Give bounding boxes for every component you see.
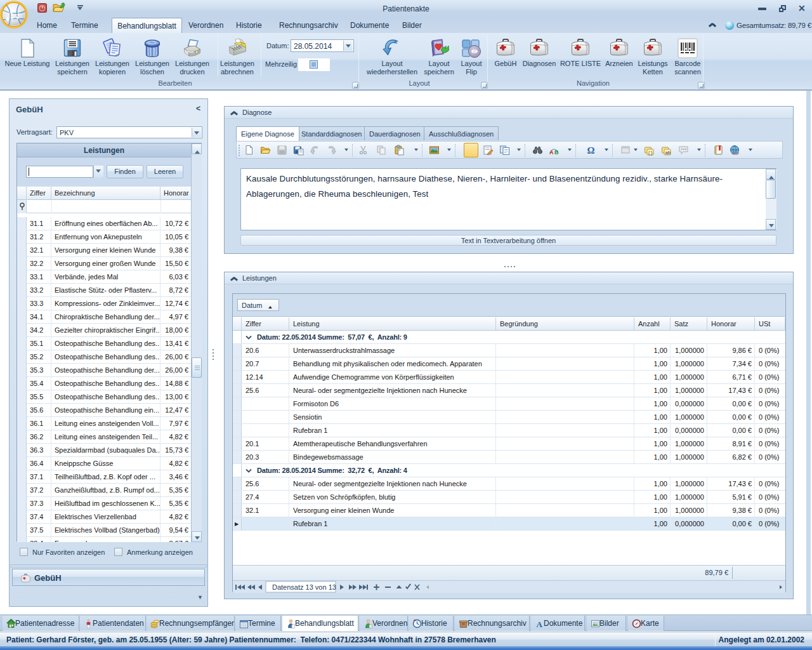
svg-text:B: B (554, 149, 559, 156)
svg-text:{}: {} (648, 150, 653, 156)
svg-text:Datensatz 13 von 13: Datensatz 13 von 13 (272, 583, 336, 591)
svg-text:ab: ab (665, 150, 671, 156)
svg-text:A: A (549, 149, 554, 156)
svg-text:A: A (537, 620, 543, 628)
svg-text:Ω: Ω (587, 145, 595, 156)
